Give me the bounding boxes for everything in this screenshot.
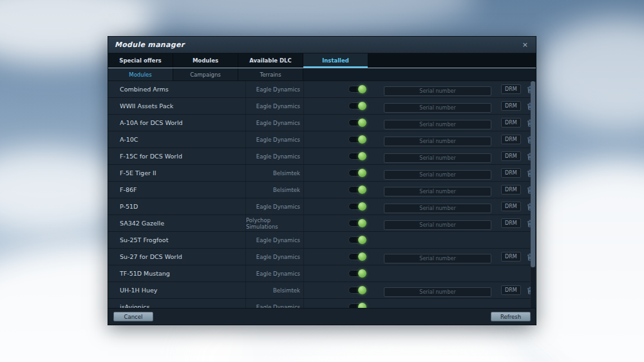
scrollbar-track[interactable] — [531, 81, 535, 308]
vendor-name: Eagle Dynamics — [246, 232, 304, 248]
enable-toggle[interactable] — [348, 287, 366, 294]
module-row: WWII Assets Pack Eagle Dynamics DRM — [108, 98, 530, 115]
drm-button[interactable]: DRM — [501, 168, 521, 178]
scrollbar-thumb[interactable] — [531, 81, 535, 267]
drm-button[interactable]: DRM — [501, 101, 521, 111]
tab-label: Terrains — [260, 71, 281, 78]
module-row: F-86F Belsimtek DRM — [108, 182, 530, 198]
drm-button[interactable]: DRM — [501, 135, 521, 144]
module-name: TF-51D Mustang — [108, 265, 246, 281]
tab-available-dlc[interactable]: Available DLC — [238, 53, 303, 68]
module-name: jsAvionics — [108, 299, 246, 308]
enable-toggle[interactable] — [348, 136, 366, 143]
enable-toggle[interactable] — [348, 102, 366, 110]
tab-label: Campaigns — [190, 71, 221, 78]
serial-number-input[interactable] — [384, 137, 491, 146]
cloud-decoration — [535, 19, 644, 129]
title-bar: Module manager × — [108, 37, 536, 53]
enable-toggle[interactable] — [348, 86, 366, 93]
toggle-knob — [358, 135, 366, 144]
module-list: Combined Arms Eagle Dynamics DRM WWII As… — [108, 81, 530, 308]
vendor-name: Belsimtek — [246, 282, 304, 298]
vendor-name: Belsimtek — [246, 165, 304, 181]
module-name: WWII Assets Pack — [108, 98, 246, 114]
module-row: P-51D Eagle Dynamics DRM — [108, 198, 530, 215]
toggle-knob — [358, 303, 366, 308]
module-name: F-15C for DCS World — [108, 148, 246, 164]
module-name: UH-1H Huey — [108, 282, 246, 298]
module-row: SA342 Gazelle Polychop Simulations DRM — [108, 215, 530, 232]
serial-number-input[interactable] — [384, 86, 491, 96]
footer-bar: Cancel Refresh — [108, 308, 536, 325]
module-name: Combined Arms — [108, 81, 246, 97]
module-name: F-86F — [108, 182, 246, 198]
serial-number-input[interactable] — [384, 254, 491, 263]
toggle-knob — [358, 169, 366, 177]
tab-label: Modules — [193, 57, 218, 64]
module-name: P-51D — [108, 198, 246, 214]
module-row: F-5E Tiger II Belsimtek DRM — [108, 165, 530, 182]
drm-button[interactable]: DRM — [501, 252, 521, 262]
enable-toggle[interactable] — [348, 153, 366, 160]
enable-toggle[interactable] — [348, 119, 366, 126]
tab-modules[interactable]: Modules — [173, 53, 238, 68]
drm-button[interactable]: DRM — [501, 151, 521, 161]
vendor-name: Eagle Dynamics — [246, 265, 304, 281]
vendor-name: Eagle Dynamics — [246, 299, 304, 308]
subtab-terrains[interactable]: Terrains — [238, 68, 303, 81]
serial-number-input[interactable] — [384, 153, 491, 163]
drm-button[interactable]: DRM — [501, 185, 521, 195]
serial-number-input[interactable] — [384, 120, 491, 129]
cancel-button[interactable]: Cancel — [113, 312, 153, 321]
toggle-knob — [358, 286, 366, 294]
module-list-container: Combined Arms Eagle Dynamics DRM WWII As… — [108, 81, 536, 308]
toggle-knob — [358, 202, 366, 211]
serial-number-input[interactable] — [384, 103, 491, 113]
drm-button[interactable]: DRM — [501, 285, 521, 295]
toggle-knob — [358, 252, 366, 261]
module-name: A-10C — [108, 131, 246, 148]
subtab-modules[interactable]: Modules — [108, 68, 173, 81]
enable-toggle[interactable] — [348, 186, 366, 193]
enable-toggle[interactable] — [348, 270, 366, 277]
enable-toggle[interactable] — [348, 253, 366, 260]
drm-button[interactable]: DRM — [501, 118, 521, 128]
module-name: F-5E Tiger II — [108, 165, 246, 181]
serial-number-input[interactable] — [384, 187, 491, 196]
serial-number-input[interactable] — [384, 170, 491, 180]
serial-number-input[interactable] — [384, 287, 491, 297]
refresh-button[interactable]: Refresh — [491, 312, 531, 321]
enable-toggle[interactable] — [348, 203, 366, 210]
serial-number-input[interactable] — [384, 204, 491, 213]
serial-number-input[interactable] — [384, 220, 491, 230]
main-tab-bar: Special offersModulesAvailable DLCInstal… — [108, 53, 536, 68]
vendor-name: Eagle Dynamics — [246, 148, 304, 164]
toggle-knob — [358, 85, 366, 93]
module-row: jsAvionics Eagle Dynamics — [108, 299, 530, 308]
module-row: Su-25T Frogfoot Eagle Dynamics — [108, 232, 530, 249]
module-row: A-10A for DCS World Eagle Dynamics DRM — [108, 115, 530, 131]
tab-label: Special offers — [119, 57, 161, 64]
drm-button[interactable]: DRM — [501, 84, 521, 94]
enable-toggle[interactable] — [348, 303, 366, 308]
enable-toggle[interactable] — [348, 220, 366, 227]
tab-label: Installed — [322, 57, 349, 64]
enable-toggle[interactable] — [348, 236, 366, 243]
enable-toggle[interactable] — [348, 169, 366, 176]
vendor-name: Eagle Dynamics — [246, 81, 304, 97]
close-icon[interactable]: × — [521, 41, 529, 49]
drm-button[interactable]: DRM — [501, 202, 521, 211]
sub-tab-bar: ModulesCampaignsTerrains — [108, 68, 536, 81]
tab-special-offers[interactable]: Special offers — [108, 53, 173, 68]
toggle-knob — [358, 102, 366, 110]
tab-label: Available DLC — [249, 57, 292, 64]
module-row: Su-27 for DCS World Eagle Dynamics DRM — [108, 249, 530, 265]
dialog-title: Module manager — [115, 41, 184, 49]
subtab-campaigns[interactable]: Campaigns — [173, 68, 238, 81]
tab-installed[interactable]: Installed — [303, 53, 368, 68]
drm-button[interactable]: DRM — [501, 218, 521, 228]
module-name: SA342 Gazelle — [108, 215, 246, 231]
module-name: Su-25T Frogfoot — [108, 232, 246, 248]
toggle-knob — [358, 186, 366, 194]
toggle-knob — [358, 119, 366, 127]
